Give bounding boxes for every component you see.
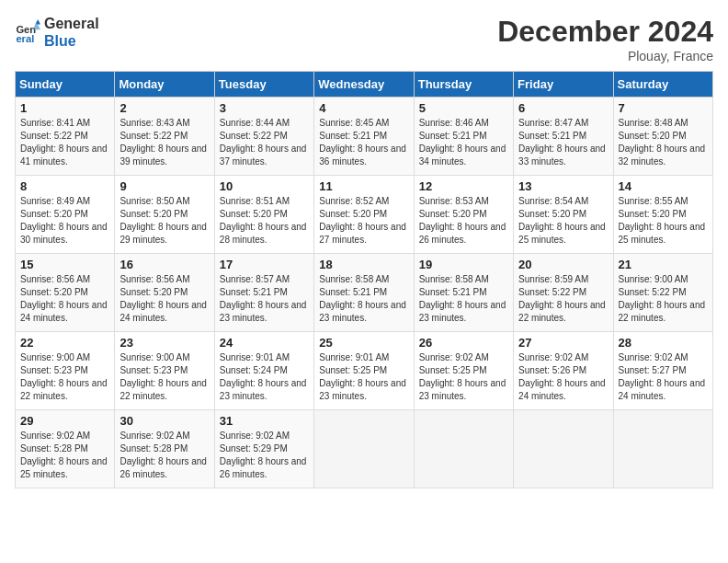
calendar-cell: 29 Sunrise: 9:02 AM Sunset: 5:28 PM Dayl… [16,410,115,488]
day-number: 30 [119,414,209,428]
day-number: 19 [419,258,508,271]
cell-content: Sunrise: 8:55 AM Sunset: 5:20 PM Dayligh… [619,195,708,247]
title-block: December 2024 Plouay, France [497,15,713,63]
calendar-cell: 26 Sunrise: 9:02 AM Sunset: 5:25 PM Dayl… [414,332,513,410]
calendar-cell [414,410,513,488]
cell-content: Sunrise: 9:02 AM Sunset: 5:26 PM Dayligh… [518,351,608,403]
cell-content: Sunrise: 8:52 AM Sunset: 5:20 PM Dayligh… [319,195,408,247]
day-number: 17 [220,258,309,271]
calendar-cell: 8 Sunrise: 8:49 AM Sunset: 5:20 PM Dayli… [16,176,115,254]
cell-content: Sunrise: 8:54 AM Sunset: 5:20 PM Dayligh… [518,195,608,247]
calendar-cell: 5 Sunrise: 8:46 AM Sunset: 5:21 PM Dayli… [414,98,513,176]
cell-content: Sunrise: 9:00 AM Sunset: 5:22 PM Dayligh… [619,273,708,325]
day-number: 1 [20,101,109,115]
day-number: 15 [20,258,109,271]
calendar-cell: 30 Sunrise: 9:02 AM Sunset: 5:28 PM Dayl… [115,410,214,488]
day-number: 11 [319,179,408,193]
day-number: 16 [119,258,209,271]
cell-content: Sunrise: 8:41 AM Sunset: 5:22 PM Dayligh… [20,117,109,168]
cell-content: Sunrise: 9:02 AM Sunset: 5:27 PM Dayligh… [619,351,708,403]
day-number: 8 [20,179,109,193]
day-number: 2 [119,101,209,115]
cell-content: Sunrise: 8:58 AM Sunset: 5:21 PM Dayligh… [419,273,508,325]
day-number: 29 [20,414,109,428]
day-number: 20 [518,258,608,271]
week-row-4: 22 Sunrise: 9:00 AM Sunset: 5:23 PM Dayl… [16,332,713,410]
cell-content: Sunrise: 9:00 AM Sunset: 5:23 PM Dayligh… [20,351,109,403]
calendar-cell: 6 Sunrise: 8:47 AM Sunset: 5:21 PM Dayli… [514,98,613,176]
cell-content: Sunrise: 8:45 AM Sunset: 5:21 PM Dayligh… [319,117,408,168]
day-number: 4 [319,101,408,115]
day-number: 14 [619,179,708,193]
header-tuesday: Tuesday [214,72,313,98]
cell-content: Sunrise: 8:48 AM Sunset: 5:20 PM Dayligh… [619,117,708,168]
week-row-3: 15 Sunrise: 8:56 AM Sunset: 5:20 PM Dayl… [16,254,713,332]
calendar-cell: 10 Sunrise: 8:51 AM Sunset: 5:20 PM Dayl… [214,176,313,254]
svg-text:eral: eral [16,33,34,44]
calendar-cell: 3 Sunrise: 8:44 AM Sunset: 5:22 PM Dayli… [214,98,313,176]
cell-content: Sunrise: 8:56 AM Sunset: 5:20 PM Dayligh… [119,273,209,325]
day-number: 18 [319,258,408,271]
header-friday: Friday [514,72,613,98]
day-number: 7 [619,101,708,115]
day-number: 28 [619,336,708,350]
calendar-cell: 20 Sunrise: 8:59 AM Sunset: 5:22 PM Dayl… [514,254,613,332]
header-sunday: Sunday [16,72,115,98]
week-row-5: 29 Sunrise: 9:02 AM Sunset: 5:28 PM Dayl… [16,410,713,488]
calendar-cell: 7 Sunrise: 8:48 AM Sunset: 5:20 PM Dayli… [613,98,712,176]
page-header: Gen eral General Blue December 2024 Plou… [15,15,713,63]
cell-content: Sunrise: 9:02 AM Sunset: 5:28 PM Dayligh… [20,430,109,481]
calendar-cell: 13 Sunrise: 8:54 AM Sunset: 5:20 PM Dayl… [514,176,613,254]
cell-content: Sunrise: 8:43 AM Sunset: 5:22 PM Dayligh… [119,117,209,168]
day-number: 23 [119,336,209,350]
day-number: 27 [518,336,608,350]
day-number: 9 [119,179,209,193]
day-number: 25 [319,336,408,350]
cell-content: Sunrise: 8:46 AM Sunset: 5:21 PM Dayligh… [419,117,508,168]
calendar-cell: 22 Sunrise: 9:00 AM Sunset: 5:23 PM Dayl… [16,332,115,410]
cell-content: Sunrise: 8:58 AM Sunset: 5:21 PM Dayligh… [319,273,408,325]
calendar-cell: 15 Sunrise: 8:56 AM Sunset: 5:20 PM Dayl… [16,254,115,332]
location-label: Plouay, France [497,49,713,63]
calendar-cell: 1 Sunrise: 8:41 AM Sunset: 5:22 PM Dayli… [16,98,115,176]
day-number: 3 [220,101,309,115]
week-row-2: 8 Sunrise: 8:49 AM Sunset: 5:20 PM Dayli… [16,176,713,254]
calendar-cell [613,410,712,488]
week-row-1: 1 Sunrise: 8:41 AM Sunset: 5:22 PM Dayli… [16,98,713,176]
cell-content: Sunrise: 9:01 AM Sunset: 5:25 PM Dayligh… [319,351,408,403]
logo-text-line2: Blue [44,32,99,50]
day-number: 5 [419,101,508,115]
day-number: 24 [220,336,309,350]
calendar-table: SundayMondayTuesdayWednesdayThursdayFrid… [15,71,713,488]
header-row: SundayMondayTuesdayWednesdayThursdayFrid… [16,72,713,98]
cell-content: Sunrise: 9:00 AM Sunset: 5:23 PM Dayligh… [119,351,209,403]
day-number: 31 [220,414,309,428]
cell-content: Sunrise: 8:53 AM Sunset: 5:20 PM Dayligh… [419,195,508,247]
header-monday: Monday [115,72,214,98]
calendar-cell [314,410,414,488]
logo: Gen eral General Blue [15,15,99,50]
header-wednesday: Wednesday [314,72,414,98]
day-number: 6 [518,101,608,115]
cell-content: Sunrise: 8:59 AM Sunset: 5:22 PM Dayligh… [518,273,608,325]
cell-content: Sunrise: 8:57 AM Sunset: 5:21 PM Dayligh… [220,273,309,325]
calendar-cell: 24 Sunrise: 9:01 AM Sunset: 5:24 PM Dayl… [214,332,313,410]
calendar-cell: 31 Sunrise: 9:02 AM Sunset: 5:29 PM Dayl… [214,410,313,488]
day-number: 22 [20,336,109,350]
calendar-cell: 2 Sunrise: 8:43 AM Sunset: 5:22 PM Dayli… [115,98,214,176]
cell-content: Sunrise: 9:02 AM Sunset: 5:25 PM Dayligh… [419,351,508,403]
day-number: 26 [419,336,508,350]
cell-content: Sunrise: 9:01 AM Sunset: 5:24 PM Dayligh… [220,351,309,403]
logo-icon: Gen eral [15,19,40,45]
calendar-cell: 19 Sunrise: 8:58 AM Sunset: 5:21 PM Dayl… [414,254,513,332]
calendar-cell: 9 Sunrise: 8:50 AM Sunset: 5:20 PM Dayli… [115,176,214,254]
day-number: 12 [419,179,508,193]
calendar-cell: 18 Sunrise: 8:58 AM Sunset: 5:21 PM Dayl… [314,254,414,332]
cell-content: Sunrise: 8:51 AM Sunset: 5:20 PM Dayligh… [220,195,309,247]
calendar-cell [514,410,613,488]
calendar-cell: 12 Sunrise: 8:53 AM Sunset: 5:20 PM Dayl… [414,176,513,254]
calendar-cell: 21 Sunrise: 9:00 AM Sunset: 5:22 PM Dayl… [613,254,712,332]
cell-content: Sunrise: 9:02 AM Sunset: 5:29 PM Dayligh… [220,430,309,481]
cell-content: Sunrise: 8:49 AM Sunset: 5:20 PM Dayligh… [20,195,109,247]
day-number: 21 [619,258,708,271]
